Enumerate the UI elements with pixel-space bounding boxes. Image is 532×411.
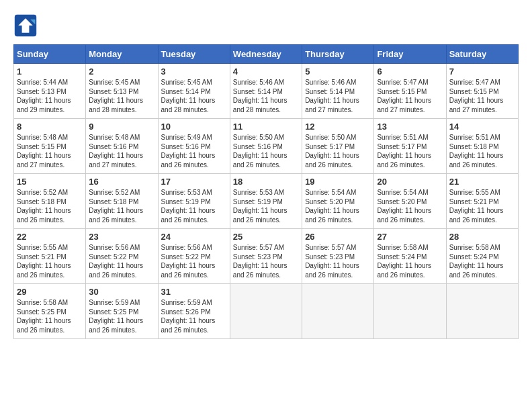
cell-data: Sunrise: 5:55 AM Sunset: 5:21 PM Dayligh… bbox=[17, 243, 83, 279]
cell-data: Sunrise: 5:57 AM Sunset: 5:23 PM Dayligh… bbox=[233, 243, 299, 279]
day-number: 8 bbox=[17, 122, 83, 132]
cell-data: Sunrise: 5:51 AM Sunset: 5:18 PM Dayligh… bbox=[449, 133, 515, 169]
cell-data: Sunrise: 5:55 AM Sunset: 5:21 PM Dayligh… bbox=[449, 188, 515, 224]
cell-data: Sunrise: 5:46 AM Sunset: 5:14 PM Dayligh… bbox=[305, 78, 371, 114]
day-number: 19 bbox=[305, 177, 371, 187]
cell-data: Sunrise: 5:51 AM Sunset: 5:17 PM Dayligh… bbox=[377, 133, 443, 169]
calendar-cell: 21Sunrise: 5:55 AM Sunset: 5:21 PM Dayli… bbox=[446, 174, 518, 229]
calendar-cell bbox=[230, 284, 302, 339]
day-number: 11 bbox=[233, 122, 299, 132]
day-number: 15 bbox=[17, 177, 83, 187]
cell-data: Sunrise: 5:59 AM Sunset: 5:26 PM Dayligh… bbox=[161, 298, 227, 334]
calendar-week-row: 22Sunrise: 5:55 AM Sunset: 5:21 PM Dayli… bbox=[14, 229, 519, 284]
day-number: 26 bbox=[305, 232, 371, 242]
calendar-table: SundayMondayTuesdayWednesdayThursdayFrid… bbox=[13, 44, 519, 339]
cell-data: Sunrise: 5:48 AM Sunset: 5:15 PM Dayligh… bbox=[17, 133, 83, 169]
calendar-cell bbox=[302, 284, 374, 339]
day-number: 30 bbox=[89, 287, 154, 297]
day-number: 24 bbox=[161, 232, 227, 242]
cell-data: Sunrise: 5:48 AM Sunset: 5:16 PM Dayligh… bbox=[89, 133, 154, 169]
day-number: 6 bbox=[377, 66, 443, 77]
day-number: 31 bbox=[161, 287, 227, 297]
weekday-header: Monday bbox=[86, 45, 158, 64]
cell-data: Sunrise: 5:49 AM Sunset: 5:16 PM Dayligh… bbox=[161, 133, 227, 169]
cell-data: Sunrise: 5:59 AM Sunset: 5:25 PM Dayligh… bbox=[89, 298, 154, 334]
calendar-cell: 23Sunrise: 5:56 AM Sunset: 5:22 PM Dayli… bbox=[86, 229, 158, 284]
calendar-cell: 14Sunrise: 5:51 AM Sunset: 5:18 PM Dayli… bbox=[446, 119, 518, 174]
cell-data: Sunrise: 5:57 AM Sunset: 5:23 PM Dayligh… bbox=[305, 243, 371, 279]
weekday-header: Sunday bbox=[14, 45, 86, 64]
calendar-cell: 8Sunrise: 5:48 AM Sunset: 5:15 PM Daylig… bbox=[14, 119, 86, 174]
calendar-cell: 28Sunrise: 5:58 AM Sunset: 5:24 PM Dayli… bbox=[446, 229, 518, 284]
calendar-cell: 18Sunrise: 5:53 AM Sunset: 5:19 PM Dayli… bbox=[230, 174, 302, 229]
calendar-cell: 22Sunrise: 5:55 AM Sunset: 5:21 PM Dayli… bbox=[14, 229, 86, 284]
calendar-cell: 6Sunrise: 5:47 AM Sunset: 5:15 PM Daylig… bbox=[374, 64, 446, 119]
weekday-header: Tuesday bbox=[158, 45, 230, 64]
calendar-week-row: 29Sunrise: 5:58 AM Sunset: 5:25 PM Dayli… bbox=[14, 284, 519, 339]
weekday-header: Saturday bbox=[446, 45, 518, 64]
day-number: 1 bbox=[17, 66, 83, 77]
weekday-header: Thursday bbox=[302, 45, 374, 64]
calendar-cell bbox=[374, 284, 446, 339]
calendar-cell: 27Sunrise: 5:58 AM Sunset: 5:24 PM Dayli… bbox=[374, 229, 446, 284]
calendar-cell: 16Sunrise: 5:52 AM Sunset: 5:18 PM Dayli… bbox=[86, 174, 158, 229]
calendar-body: 1Sunrise: 5:44 AM Sunset: 5:13 PM Daylig… bbox=[14, 64, 519, 339]
day-number: 7 bbox=[449, 66, 515, 77]
calendar-cell: 12Sunrise: 5:50 AM Sunset: 5:17 PM Dayli… bbox=[302, 119, 374, 174]
calendar-cell: 5Sunrise: 5:46 AM Sunset: 5:14 PM Daylig… bbox=[302, 64, 374, 119]
calendar-cell: 10Sunrise: 5:49 AM Sunset: 5:16 PM Dayli… bbox=[158, 119, 230, 174]
day-number: 28 bbox=[449, 232, 515, 242]
day-number: 18 bbox=[233, 177, 299, 187]
calendar-cell: 11Sunrise: 5:50 AM Sunset: 5:16 PM Dayli… bbox=[230, 119, 302, 174]
calendar-cell: 20Sunrise: 5:54 AM Sunset: 5:20 PM Dayli… bbox=[374, 174, 446, 229]
weekday-header: Wednesday bbox=[230, 45, 302, 64]
calendar-cell: 17Sunrise: 5:53 AM Sunset: 5:19 PM Dayli… bbox=[158, 174, 230, 229]
calendar-cell: 31Sunrise: 5:59 AM Sunset: 5:26 PM Dayli… bbox=[158, 284, 230, 339]
calendar-header-row: SundayMondayTuesdayWednesdayThursdayFrid… bbox=[14, 45, 519, 64]
day-number: 9 bbox=[89, 122, 154, 132]
calendar-cell: 19Sunrise: 5:54 AM Sunset: 5:20 PM Dayli… bbox=[302, 174, 374, 229]
day-number: 27 bbox=[377, 232, 443, 242]
cell-data: Sunrise: 5:58 AM Sunset: 5:25 PM Dayligh… bbox=[17, 298, 83, 334]
cell-data: Sunrise: 5:52 AM Sunset: 5:18 PM Dayligh… bbox=[17, 188, 83, 224]
day-number: 12 bbox=[305, 122, 371, 132]
cell-data: Sunrise: 5:54 AM Sunset: 5:20 PM Dayligh… bbox=[377, 188, 443, 224]
calendar-week-row: 1Sunrise: 5:44 AM Sunset: 5:13 PM Daylig… bbox=[14, 64, 519, 119]
cell-data: Sunrise: 5:47 AM Sunset: 5:15 PM Dayligh… bbox=[377, 78, 443, 114]
day-number: 20 bbox=[377, 177, 443, 187]
calendar-cell: 15Sunrise: 5:52 AM Sunset: 5:18 PM Dayli… bbox=[14, 174, 86, 229]
day-number: 2 bbox=[89, 66, 154, 77]
cell-data: Sunrise: 5:56 AM Sunset: 5:22 PM Dayligh… bbox=[161, 243, 227, 279]
day-number: 4 bbox=[233, 66, 299, 77]
day-number: 16 bbox=[89, 177, 154, 187]
calendar-cell: 13Sunrise: 5:51 AM Sunset: 5:17 PM Dayli… bbox=[374, 119, 446, 174]
calendar-cell: 24Sunrise: 5:56 AM Sunset: 5:22 PM Dayli… bbox=[158, 229, 230, 284]
day-number: 10 bbox=[161, 122, 227, 132]
calendar-cell: 9Sunrise: 5:48 AM Sunset: 5:16 PM Daylig… bbox=[86, 119, 158, 174]
calendar-cell: 29Sunrise: 5:58 AM Sunset: 5:25 PM Dayli… bbox=[14, 284, 86, 339]
cell-data: Sunrise: 5:47 AM Sunset: 5:15 PM Dayligh… bbox=[449, 78, 515, 114]
cell-data: Sunrise: 5:44 AM Sunset: 5:13 PM Dayligh… bbox=[17, 78, 83, 114]
day-number: 3 bbox=[161, 66, 227, 77]
logo bbox=[13, 13, 42, 38]
page-header bbox=[13, 13, 519, 38]
day-number: 25 bbox=[233, 232, 299, 242]
calendar-cell: 7Sunrise: 5:47 AM Sunset: 5:15 PM Daylig… bbox=[446, 64, 518, 119]
day-number: 29 bbox=[17, 287, 83, 297]
logo-icon bbox=[13, 13, 38, 38]
cell-data: Sunrise: 5:53 AM Sunset: 5:19 PM Dayligh… bbox=[161, 188, 227, 224]
calendar-cell: 25Sunrise: 5:57 AM Sunset: 5:23 PM Dayli… bbox=[230, 229, 302, 284]
day-number: 23 bbox=[89, 232, 154, 242]
cell-data: Sunrise: 5:50 AM Sunset: 5:17 PM Dayligh… bbox=[305, 133, 371, 169]
calendar-week-row: 15Sunrise: 5:52 AM Sunset: 5:18 PM Dayli… bbox=[14, 174, 519, 229]
cell-data: Sunrise: 5:52 AM Sunset: 5:18 PM Dayligh… bbox=[89, 188, 154, 224]
calendar-cell: 1Sunrise: 5:44 AM Sunset: 5:13 PM Daylig… bbox=[14, 64, 86, 119]
cell-data: Sunrise: 5:58 AM Sunset: 5:24 PM Dayligh… bbox=[449, 243, 515, 279]
calendar-cell bbox=[446, 284, 518, 339]
day-number: 22 bbox=[17, 232, 83, 242]
calendar-cell: 2Sunrise: 5:45 AM Sunset: 5:13 PM Daylig… bbox=[86, 64, 158, 119]
calendar-cell: 30Sunrise: 5:59 AM Sunset: 5:25 PM Dayli… bbox=[86, 284, 158, 339]
day-number: 13 bbox=[377, 122, 443, 132]
cell-data: Sunrise: 5:50 AM Sunset: 5:16 PM Dayligh… bbox=[233, 133, 299, 169]
cell-data: Sunrise: 5:54 AM Sunset: 5:20 PM Dayligh… bbox=[305, 188, 371, 224]
